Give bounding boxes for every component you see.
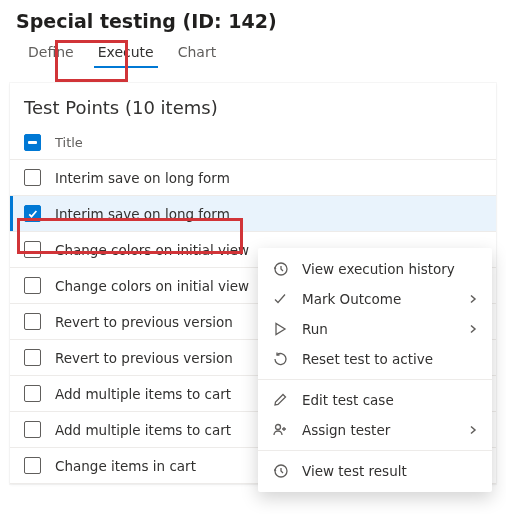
menu-item-mark-outcome[interactable]: Mark Outcome: [258, 284, 492, 314]
row-title: Interim save on long form: [55, 206, 230, 222]
menu-item-assign-tester[interactable]: Assign tester: [258, 415, 492, 445]
menu-item-view-test-result[interactable]: View test result: [258, 456, 492, 486]
chevron-right-icon: [468, 321, 478, 337]
menu-item-view-execution-history[interactable]: View execution history: [258, 254, 492, 284]
row-checkbox[interactable]: [24, 313, 41, 330]
menu-item-reset-test-to-active[interactable]: Reset test to active: [258, 344, 492, 374]
row-checkbox[interactable]: [24, 349, 41, 366]
row-checkbox[interactable]: [24, 205, 41, 222]
row-checkbox[interactable]: [24, 169, 41, 186]
title-column-label: Title: [55, 135, 83, 150]
assign-icon: [272, 422, 288, 438]
tab-define[interactable]: Define: [16, 36, 86, 68]
menu-item-label: Mark Outcome: [302, 291, 401, 307]
chevron-right-icon: [468, 422, 478, 438]
test-points-title: Test Points (10 items): [10, 83, 496, 128]
menu-item-label: Run: [302, 321, 328, 337]
table-row[interactable]: Interim save on long form: [10, 196, 496, 232]
menu-item-label: Reset test to active: [302, 351, 433, 367]
edit-icon: [272, 392, 288, 408]
row-title: Revert to previous version: [55, 314, 233, 330]
row-title: Change items in cart: [55, 458, 196, 474]
menu-item-label: View execution history: [302, 261, 455, 277]
row-title: Change colors on initial view: [55, 278, 249, 294]
menu-item-label: Edit test case: [302, 392, 394, 408]
row-checkbox[interactable]: [24, 457, 41, 474]
row-checkbox[interactable]: [24, 277, 41, 294]
row-title: Change colors on initial view: [55, 242, 249, 258]
reset-icon: [272, 351, 288, 367]
page-title: Special testing (ID: 142): [0, 0, 506, 36]
row-checkbox[interactable]: [24, 385, 41, 402]
select-all-checkbox[interactable]: [24, 134, 41, 151]
row-title: Interim save on long form: [55, 170, 230, 186]
menu-item-run[interactable]: Run: [258, 314, 492, 344]
tab-chart[interactable]: Chart: [166, 36, 228, 68]
svg-point-1: [276, 425, 281, 430]
menu-item-label: Assign tester: [302, 422, 390, 438]
row-title: Add multiple items to cart: [55, 422, 231, 438]
menu-separator: [258, 450, 492, 451]
history-icon: [272, 463, 288, 479]
row-title: Revert to previous version: [55, 350, 233, 366]
row-title: Add multiple items to cart: [55, 386, 231, 402]
history-icon: [272, 261, 288, 277]
play-icon: [272, 321, 288, 337]
row-checkbox[interactable]: [24, 241, 41, 258]
context-menu: View execution historyMark OutcomeRunRes…: [258, 248, 492, 492]
column-header: Title: [10, 128, 496, 160]
table-row[interactable]: Interim save on long form: [10, 160, 496, 196]
check-icon: [272, 291, 288, 307]
menu-item-label: View test result: [302, 463, 407, 479]
tab-execute[interactable]: Execute: [86, 36, 166, 68]
tabs: Define Execute Chart: [0, 36, 506, 69]
row-checkbox[interactable]: [24, 421, 41, 438]
menu-separator: [258, 379, 492, 380]
menu-item-edit-test-case[interactable]: Edit test case: [258, 385, 492, 415]
chevron-right-icon: [468, 291, 478, 307]
